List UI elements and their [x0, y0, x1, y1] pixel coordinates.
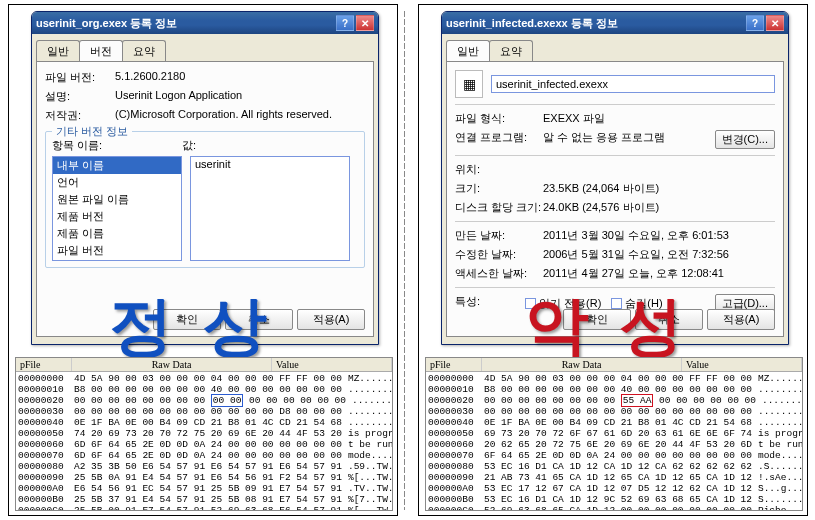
prop-value: 2011년 3월 30일 수요일, 오후 6:01:53 — [543, 228, 775, 243]
prop-label: 파일 버전: — [45, 70, 115, 85]
other-version-info: 기타 버전 정보 항목 이름: 값: 내부 이름언어원본 파일 이름제품 버전제… — [45, 131, 365, 268]
list-item[interactable]: 제품 이름 — [53, 225, 181, 242]
file-icon: ▦ — [455, 70, 483, 98]
list-item[interactable]: 제품 버전 — [53, 208, 181, 225]
prop-value: 2006년 5월 31일 수요일, 오전 7:32:56 — [543, 247, 775, 262]
hex-row: 000000606D 6F 64 65 2E 0D 0D 0A 24 00 00… — [18, 439, 390, 450]
hex-row: 00000080A2 35 3B 50 E6 54 57 91 E6 54 57… — [18, 461, 390, 472]
prop-value: 2011년 4월 27일 오늘, 오후 12:08:41 — [543, 266, 775, 281]
hex-row: 0000009025 5B 0A 91 E4 54 57 91 E6 54 56… — [18, 472, 390, 483]
hex-row: 0000003000 00 00 00 00 00 00 00 00 00 00… — [428, 406, 800, 417]
hex-row: 0000003000 00 00 00 00 00 00 00 00 00 00… — [18, 406, 390, 417]
prop-label: 파일 형식: — [455, 111, 543, 126]
hex-row: 000000400E 1F BA 0E 00 B4 09 CD 21 B8 01… — [428, 417, 800, 428]
filename-input[interactable] — [491, 75, 775, 93]
hex-col-raw: Raw Data — [482, 358, 682, 371]
hex-row: 0000005074 20 69 73 20 70 72 75 20 69 6E… — [18, 428, 390, 439]
hex-row: 0000006020 62 65 20 72 75 6E 20 69 6E 20… — [428, 439, 800, 450]
prop-label: 액세스한 날짜: — [455, 266, 543, 281]
hex-col-value: Value — [682, 358, 802, 371]
prop-value: 23.5KB (24,064 바이트) — [543, 181, 775, 196]
titlebar[interactable]: userinit_infected.exexx 등록 정보 ? ✕ — [442, 12, 788, 34]
tab-0[interactable]: 일반 — [36, 40, 80, 61]
list-item[interactable]: 언어 — [53, 174, 181, 191]
prop-label: 저작권: — [45, 108, 115, 123]
hex-viewer-right[interactable]: pFile Raw Data Value 000000004D 5A 90 00… — [425, 357, 803, 511]
help-button[interactable]: ? — [336, 15, 354, 31]
window-title: userinit_org.exex 등록 정보 — [36, 16, 334, 31]
prop-label: 디스크 할당 크기: — [455, 200, 543, 215]
close-button[interactable]: ✕ — [356, 15, 374, 31]
prop-label: 크기: — [455, 181, 543, 196]
col-item-name: 항목 이름: — [52, 138, 182, 153]
hex-row: 000000C052 69 63 68 65 CA 1D 12 00 00 00… — [428, 505, 800, 511]
hex-row: 000000706F 64 65 2E 0D 0D 0A 24 00 00 00… — [428, 450, 800, 461]
hex-row: 000000004D 5A 90 00 03 00 00 00 04 00 00… — [428, 373, 800, 384]
hex-col-raw: Raw Data — [72, 358, 272, 371]
hex-row: 0000002000 00 00 00 00 00 00 00 55 AA 00… — [428, 395, 800, 406]
prop-value: EXEXX 파일 — [543, 111, 775, 126]
prop-label: 수정한 날짜: — [455, 247, 543, 262]
hex-row: 00000010B8 00 00 00 00 00 00 00 40 00 00… — [428, 384, 800, 395]
hex-row: 000000004D 5A 90 00 03 00 00 00 04 00 00… — [18, 373, 390, 384]
hex-row: 000000A053 EC 17 12 67 CA 1D 12 07 D5 12… — [428, 483, 800, 494]
titlebar[interactable]: userinit_org.exex 등록 정보 ? ✕ — [32, 12, 378, 34]
item-listbox[interactable]: 내부 이름언어원본 파일 이름제품 버전제품 이름파일 버전회사 — [52, 156, 182, 261]
prop-value: 5.1.2600.2180 — [115, 70, 365, 85]
hex-row: 0000005069 73 20 70 72 6F 67 61 6D 20 63… — [428, 428, 800, 439]
hex-col-pfile: pFile — [16, 358, 72, 371]
prop-value: Userinit Logon Application — [115, 89, 365, 104]
fieldset-legend: 기타 버전 정보 — [52, 124, 132, 139]
tab-0[interactable]: 일반 — [446, 40, 490, 61]
tab-1[interactable]: 요약 — [489, 40, 533, 61]
hex-row: 000000C025 5B 00 91 E7 54 57 91 52 69 63… — [18, 505, 390, 511]
prop-value: 24.0KB (24,576 바이트) — [543, 200, 775, 215]
list-item[interactable]: 회사 — [53, 259, 181, 261]
prop-value: (C)Microsoft Corporation. All rights res… — [115, 108, 365, 123]
prop-value — [543, 162, 775, 177]
prop-label: 만든 날짜: — [455, 228, 543, 243]
tab-1[interactable]: 버전 — [79, 40, 123, 61]
prop-label: 연결 프로그램: — [455, 130, 543, 149]
hex-row: 0000009021 AB 73 41 65 CA 1D 12 65 CA 1D… — [428, 472, 800, 483]
hex-row: 000000B025 5B 37 91 E4 54 57 91 25 5B 08… — [18, 494, 390, 505]
attrib-label: 특성: — [455, 294, 525, 313]
hex-row: 000000A0E6 54 56 91 EC 54 57 91 25 5B 09… — [18, 483, 390, 494]
tab-2[interactable]: 요약 — [122, 40, 166, 61]
value-item: userinit — [191, 157, 349, 171]
apply-button[interactable]: 적용(A) — [297, 309, 365, 330]
hex-row: 0000002000 00 00 00 00 00 00 00 00 00 00… — [18, 395, 390, 406]
list-item[interactable]: 파일 버전 — [53, 242, 181, 259]
change-button[interactable]: 변경(C)... — [715, 130, 775, 149]
list-item[interactable]: 원본 파일 이름 — [53, 191, 181, 208]
prop-label: 위치: — [455, 162, 543, 177]
hex-row: 000000400E 1F BA 0E 00 B4 09 CD 21 B8 01… — [18, 417, 390, 428]
window-title: userinit_infected.exexx 등록 정보 — [446, 16, 744, 31]
hex-row: 000000B053 EC 16 D1 CA 1D 12 9C 52 69 63… — [428, 494, 800, 505]
close-button[interactable]: ✕ — [766, 15, 784, 31]
apply-button[interactable]: 적용(A) — [707, 309, 775, 330]
col-value: 값: — [182, 138, 342, 153]
hex-row: 000000706D 6F 64 65 2E 0D 0D 0A 24 00 00… — [18, 450, 390, 461]
prop-value: 알 수 없는 응용 프로그램 — [543, 130, 715, 149]
list-item[interactable]: 내부 이름 — [53, 157, 181, 174]
hex-col-value: Value — [272, 358, 392, 371]
hex-col-pfile: pFile — [426, 358, 482, 371]
value-listbox[interactable]: userinit — [190, 156, 350, 261]
hex-row: 00000010B8 00 00 00 00 00 00 00 40 00 00… — [18, 384, 390, 395]
hex-viewer-left[interactable]: pFile Raw Data Value 000000004D 5A 90 00… — [15, 357, 393, 511]
prop-label: 설명: — [45, 89, 115, 104]
hex-row: 0000008053 EC 16 D1 CA 1D 12 CA 1D 12 CA… — [428, 461, 800, 472]
help-button[interactable]: ? — [746, 15, 764, 31]
